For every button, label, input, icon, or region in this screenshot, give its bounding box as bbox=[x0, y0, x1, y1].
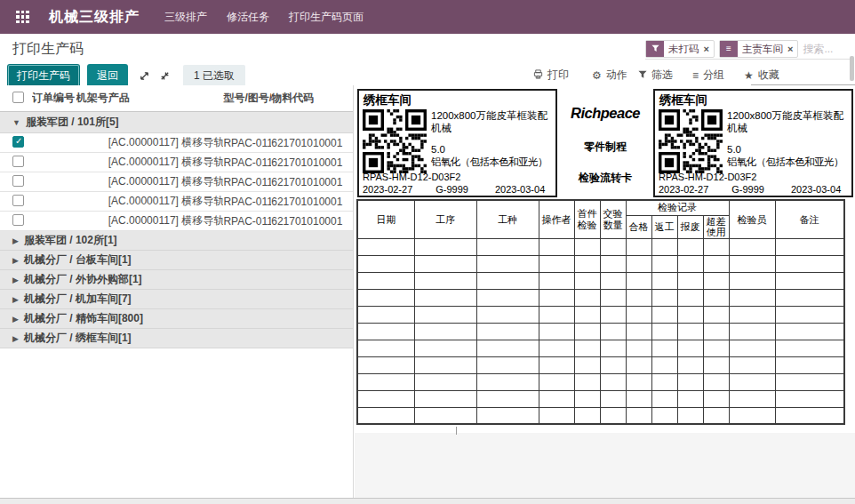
col-order-no[interactable]: 订单编号 bbox=[32, 91, 76, 106]
select-all-checkbox[interactable] bbox=[12, 92, 24, 103]
header-inspection-record: 检验记录 bbox=[626, 200, 729, 215]
surface-finish: 铝氧化（包括本色和亚光） bbox=[727, 156, 848, 168]
remove-facet-icon[interactable]: × bbox=[703, 41, 714, 57]
cell-material-code: 621701010001 bbox=[271, 156, 353, 169]
drawing-code: G-9999 bbox=[435, 184, 468, 195]
top-navbar: 机械三级排产 三级排产 修活任务 打印生产码页面 bbox=[0, 0, 855, 34]
menu-repair-tasks[interactable]: 修活任务 bbox=[227, 10, 269, 25]
cell-model: RPAC-0117-II bbox=[223, 196, 271, 208]
header-operator: 操作者 bbox=[539, 200, 574, 238]
workshop-name: 绣框车间 bbox=[359, 91, 555, 108]
header-scrap: 报废 bbox=[677, 215, 703, 238]
cell-material-code: 621701010001 bbox=[271, 176, 353, 188]
date-end: 2023-03-04 bbox=[495, 184, 545, 195]
caret-right-icon: ▶ bbox=[12, 276, 19, 284]
product-description: 1200x800万能皮革框装配机械 bbox=[431, 109, 552, 136]
menu-scheduling[interactable]: 三级排产 bbox=[164, 10, 207, 25]
inspection-table-body bbox=[357, 238, 844, 424]
empty-row bbox=[357, 390, 844, 407]
group-icon: ≡ bbox=[720, 41, 738, 57]
printer-icon bbox=[533, 69, 543, 82]
menu-print-code-page[interactable]: 打印生产码页面 bbox=[289, 10, 364, 25]
empty-row bbox=[357, 306, 844, 323]
group-row-expanded[interactable]: ▼ 服装军团 / 101所[5] bbox=[0, 112, 353, 133]
selected-count-badge: 1 已选取 bbox=[183, 65, 245, 87]
search-input[interactable] bbox=[803, 43, 851, 55]
cell-model: RPAC-0117-II bbox=[223, 137, 271, 149]
empty-row bbox=[357, 356, 844, 373]
empty-row bbox=[357, 272, 844, 289]
table-row[interactable]: [AC.00000117] 横移导轨... RPAC-0117-II 62170… bbox=[0, 133, 353, 153]
row-checkbox[interactable] bbox=[12, 214, 24, 226]
app-title: 机械三级排产 bbox=[49, 8, 140, 27]
qr-code bbox=[659, 109, 723, 173]
row-checkbox[interactable] bbox=[12, 136, 24, 148]
button-row: 打印生产码 退回 1 已选取 bbox=[7, 64, 245, 88]
group-row-collapsed[interactable]: ▶ 机械分厂 / 台板车间[1] bbox=[0, 251, 353, 270]
caret-right-icon: ▶ bbox=[12, 315, 19, 324]
list-header: 订单编号 机架号 产品 型号/图号/规格 物料代码 bbox=[0, 85, 353, 112]
header-inspector: 检验员 bbox=[729, 200, 775, 238]
cell-material-code: 621701010001 bbox=[271, 137, 353, 149]
empty-row bbox=[357, 407, 844, 424]
action-menus: 打印 ⚙ 动作 bbox=[533, 68, 627, 83]
facet-main-workshop[interactable]: ≡ 主责车间 × bbox=[719, 40, 798, 58]
group-row-collapsed[interactable]: ▶ 机械分厂 / 机加车间[7] bbox=[0, 290, 353, 309]
workshop-name: 绣框车间 bbox=[655, 91, 851, 108]
col-model[interactable]: 型号/图号/规格 bbox=[223, 91, 271, 106]
empty-row bbox=[357, 323, 844, 340]
version: 5.0 bbox=[431, 143, 552, 156]
cell-product: [AC.00000117] 横移导轨... bbox=[108, 194, 224, 209]
brand-logo: Richpeace bbox=[557, 105, 653, 122]
table-row[interactable]: [AC.00000117] 横移导轨... RPAC-0117-II 62170… bbox=[0, 153, 353, 172]
empty-row bbox=[357, 238, 844, 255]
col-rack-no[interactable]: 机架号 bbox=[76, 91, 108, 106]
cell-model: RPAC-0117-II bbox=[223, 156, 271, 169]
cell-material-code: 621701010001 bbox=[271, 215, 353, 228]
row-checkbox[interactable] bbox=[12, 175, 24, 187]
date-end: 2023-03-04 bbox=[791, 184, 841, 195]
row-checkbox[interactable] bbox=[12, 195, 24, 206]
vertical-scrollbar[interactable] bbox=[850, 56, 854, 81]
cell-product: [AC.00000117] 横移导轨... bbox=[108, 174, 224, 189]
print-menu[interactable]: 打印 bbox=[533, 68, 569, 83]
favorites-menu[interactable]: ★ 收藏 bbox=[744, 68, 779, 83]
filter-icon bbox=[646, 41, 664, 57]
surface-finish: 铝氧化（包括本色和亚光） bbox=[431, 156, 552, 168]
caret-right-icon: ▶ bbox=[12, 334, 19, 343]
empty-row bbox=[357, 373, 844, 390]
table-row[interactable]: [AC.00000117] 横移导轨... RPAC-0117-II 62170… bbox=[0, 172, 353, 192]
filter-menu[interactable]: 筛选 bbox=[638, 68, 673, 83]
collapse-icon[interactable] bbox=[159, 70, 171, 82]
groupby-menu[interactable]: ≡ 分组 bbox=[692, 68, 724, 83]
search-bar: 未打码 × ≡ 主责车间 × bbox=[645, 38, 850, 60]
header-rework: 返工 bbox=[651, 215, 677, 238]
table-row[interactable]: [AC.00000117] 横移导轨... RPAC-0117-II 62170… bbox=[0, 192, 353, 212]
action-menu[interactable]: ⚙ 动作 bbox=[592, 68, 627, 83]
group-row-collapsed[interactable]: ▶ 机械分厂 / 绣框车间[1] bbox=[0, 329, 353, 348]
col-material-code[interactable]: 物料代码 bbox=[271, 91, 353, 106]
group-icon: ≡ bbox=[692, 69, 699, 82]
record-list: 订单编号 机架号 产品 型号/图号/规格 物料代码 ▼ 服装军团 / 101所[… bbox=[0, 85, 354, 499]
production-label-card: 绣框车间 1200x800万能皮革框装配机械 5.0 铝氧化（包括本色和亚光） … bbox=[653, 89, 853, 197]
print-production-code-button[interactable]: 打印生产码 bbox=[7, 64, 80, 88]
back-button[interactable]: 退回 bbox=[87, 64, 128, 88]
group-row-collapsed[interactable]: ▶ 机械分厂 / 外协外购部[1] bbox=[0, 270, 353, 290]
empty-row bbox=[357, 255, 844, 272]
remove-facet-icon[interactable]: × bbox=[787, 41, 797, 57]
group-row-collapsed[interactable]: ▶ 服装军团 / 102所[1] bbox=[0, 231, 353, 251]
page-title: 打印生产码 bbox=[12, 40, 84, 59]
caret-right-icon: ▶ bbox=[12, 236, 19, 245]
facet-not-printed[interactable]: 未打码 × bbox=[645, 40, 715, 58]
col-product[interactable]: 产品 bbox=[108, 91, 224, 106]
doc-subtitle: 零件制程 bbox=[557, 140, 653, 155]
expand-icon[interactable] bbox=[139, 70, 150, 82]
print-preview: 绣框车间 1200x800万能皮革框装配机械 5.0 铝氧化（包括本色和亚光） … bbox=[355, 85, 855, 499]
row-checkbox[interactable] bbox=[12, 156, 24, 167]
horizontal-scrollbar[interactable] bbox=[0, 498, 855, 504]
group-row-collapsed[interactable]: ▶ 机械分厂 / 精饰车间[800] bbox=[0, 309, 353, 329]
drawing-code: G-9999 bbox=[731, 184, 764, 195]
table-row[interactable]: [AC.00000117] 横移导轨... RPAC-0117-II 62170… bbox=[0, 212, 353, 231]
product-description: 1200x800万能皮革框装配机械 bbox=[727, 109, 848, 136]
apps-grid-icon[interactable] bbox=[16, 11, 29, 24]
